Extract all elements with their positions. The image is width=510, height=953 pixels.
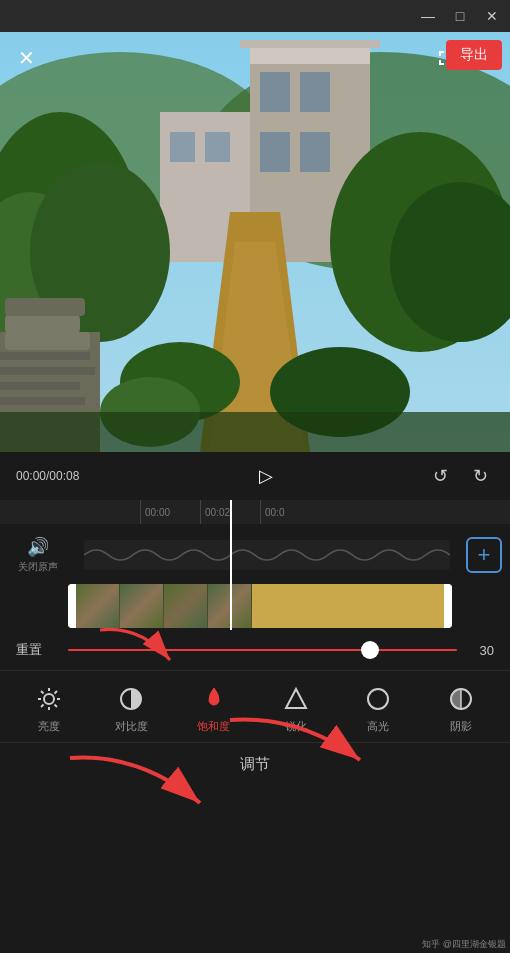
minimize-button[interactable]: — <box>418 6 438 26</box>
svg-rect-24 <box>5 315 80 333</box>
svg-point-33 <box>44 694 54 704</box>
svg-rect-11 <box>170 132 195 162</box>
undo-button[interactable]: ↺ <box>426 462 454 490</box>
bottom-tab[interactable]: 调节 <box>0 742 510 786</box>
svg-marker-43 <box>286 689 306 708</box>
maximize-button[interactable]: □ <box>450 6 470 26</box>
slider-label: 重置 <box>16 641 56 659</box>
slider-value: 30 <box>469 643 494 658</box>
svg-line-41 <box>41 705 44 708</box>
svg-rect-31 <box>0 412 510 452</box>
video-player: ✕ 导出 <box>0 32 510 452</box>
sharpen-label: 锐化 <box>285 719 307 734</box>
ruler-mark-0: 00:00 <box>140 500 200 524</box>
contrast-icon <box>115 683 147 715</box>
svg-rect-23 <box>5 332 90 350</box>
tool-contrast[interactable]: 对比度 <box>101 683 161 734</box>
ruler-mark-1: 00:02 <box>200 500 260 524</box>
svg-rect-4 <box>260 72 290 112</box>
svg-rect-7 <box>300 132 330 172</box>
slider-row: 重置 30 <box>0 630 510 670</box>
audio-label: 关闭原声 <box>18 560 58 574</box>
svg-line-39 <box>55 705 58 708</box>
svg-rect-5 <box>300 72 330 112</box>
highlight-label: 高光 <box>367 719 389 734</box>
tool-saturation[interactable]: 饱和度 <box>184 683 244 734</box>
export-button[interactable]: 导出 <box>446 40 502 70</box>
svg-line-40 <box>55 691 58 694</box>
slider-thumb[interactable] <box>361 641 379 659</box>
sharpen-icon <box>280 683 312 715</box>
svg-rect-12 <box>205 132 230 162</box>
tool-highlight[interactable]: 高光 <box>348 683 408 734</box>
redo-button[interactable]: ↻ <box>466 462 494 490</box>
brightness-icon <box>33 683 65 715</box>
watermark: 知乎 @四里湖金银题 <box>422 938 506 951</box>
svg-rect-6 <box>260 132 290 172</box>
time-display: 00:00/00:08 <box>16 469 106 483</box>
shadow-icon <box>445 683 477 715</box>
tools-row: 亮度 对比度 饱和度 锐化 高 <box>0 670 510 742</box>
timeline-ruler: 00:00 00:02 00:0 <box>0 500 510 524</box>
controls-bar: 00:00/00:08 ▷ ↺ ↻ <box>0 452 510 500</box>
saturation-label: 饱和度 <box>197 719 230 734</box>
svg-line-38 <box>41 691 44 694</box>
close-editor-button[interactable]: ✕ <box>12 44 40 72</box>
svg-rect-19 <box>0 352 90 360</box>
add-clip-button[interactable]: + <box>466 537 502 573</box>
timeline-tracks: 🔊 关闭原声 + <box>0 524 510 630</box>
slider-container[interactable] <box>68 640 457 660</box>
ruler-mark-2: 00:0 <box>260 500 320 524</box>
svg-rect-9 <box>240 40 380 48</box>
title-bar: — □ ✕ <box>0 0 510 32</box>
svg-rect-21 <box>0 382 80 390</box>
audio-icon: 🔊 <box>27 536 49 558</box>
brightness-label: 亮度 <box>38 719 60 734</box>
play-button[interactable]: ▷ <box>250 460 282 492</box>
svg-rect-22 <box>0 397 85 405</box>
bottom-tab-label: 调节 <box>240 755 270 774</box>
svg-rect-20 <box>0 367 95 375</box>
shadow-label: 阴影 <box>450 719 472 734</box>
svg-rect-25 <box>5 298 85 316</box>
tool-brightness[interactable]: 亮度 <box>19 683 79 734</box>
clip-right-handle[interactable] <box>444 584 452 628</box>
tool-shadow[interactable]: 阴影 <box>431 683 491 734</box>
timeline-area: 00:00 00:02 00:0 🔊 关闭原声 + <box>0 500 510 630</box>
contrast-label: 对比度 <box>115 719 148 734</box>
highlight-icon <box>362 683 394 715</box>
tool-sharpen[interactable]: 锐化 <box>266 683 326 734</box>
clip-left-handle[interactable] <box>68 584 76 628</box>
close-window-button[interactable]: ✕ <box>482 6 502 26</box>
video-clip[interactable] <box>68 584 452 628</box>
ruler-marks: 00:00 00:02 00:0 <box>140 500 320 524</box>
audio-track: 🔊 关闭原声 + <box>0 532 510 578</box>
svg-point-44 <box>368 689 388 709</box>
saturation-icon <box>198 683 230 715</box>
